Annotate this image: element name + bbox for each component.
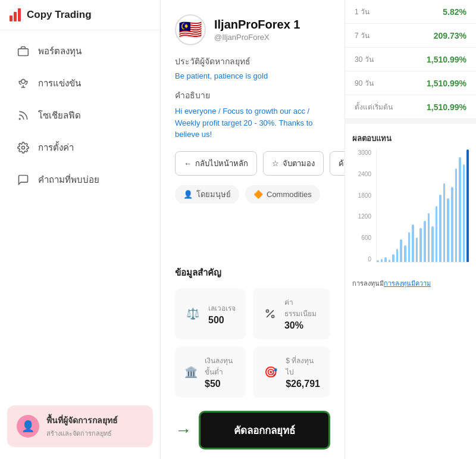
sidebar-item-competition[interactable]: การแข่งขัน [5,68,155,98]
y-label-0: 0 [368,256,371,263]
chart-bars [376,149,469,263]
stat-row-30day: 30 วัน 1,510.99% [345,48,476,71]
svg-point-5 [266,310,268,312]
stat-row-1day: 1 วัน 5.82% [345,0,476,24]
profile-panel: 🇲🇾 IljanProForex 1 @IljanProForeX ประวัต… [161,0,345,459]
chart-bar [412,224,414,262]
chart-bar [463,164,465,262]
svg-rect-0 [18,49,29,56]
chart-bar [419,228,422,262]
chat-icon [17,173,30,186]
chart-bar [408,232,411,262]
chart-bar [436,206,438,263]
back-button-label: กลับไปหน้าหลัก [195,157,248,170]
sidebar-item-label: พอร์ตลงทุน [38,44,82,58]
info-section-label: ข้อมูลสำคัญ [175,266,330,280]
flag-avatar: 🇲🇾 [175,14,206,45]
stat-value-all: 1,510.99% [427,102,466,112]
logo-icon [10,8,21,21]
logo-bar-3 [18,8,21,21]
chart-bar [455,168,458,263]
chart-bar [381,259,383,262]
chart-bar [424,221,426,262]
sidebar-item-portfolio[interactable]: พอร์ตลงทุน [5,36,155,66]
provider-avatar: 👤 [17,415,39,438]
content-area: 🇲🇾 IljanProForex 1 @IljanProForeX ประวัต… [161,0,476,459]
copy-btn-container: → คัดลอกกลยุทธ์ [175,411,330,449]
chart-bar [447,198,449,262]
chart-bar [431,226,434,262]
action-buttons: ← กลับไปหน้าหลัก ☆ จับตามอง ค้นหากลยุทธ์… [175,151,330,176]
min-invest-label: เงินลงทุนขั้นต่ำ [205,355,236,377]
chart-bar [404,245,406,262]
sidebar-item-settings[interactable]: การตั้งค่า [5,133,155,163]
target-icon: 🎯 [262,364,278,380]
fee-value: 30% [284,320,321,331]
stats-cards: 1 วัน 5.82% 7 วัน 209.73% 30 วัน 1,510.9… [345,0,476,119]
copy-strategy-button[interactable]: คัดลอกกลยุทธ์ [199,411,330,449]
right-panel: 1 วัน 5.82% 7 วัน 209.73% 30 วัน 1,510.9… [345,0,476,459]
chart-bar [451,187,453,262]
svg-point-2 [19,118,20,120]
back-button[interactable]: ← กลับไปหน้าหลัก [175,151,257,176]
leverage-value: 500 [208,315,236,326]
logo-bar-2 [14,12,17,21]
chart-section: ผลตอบแทน 3000 2400 1800 1200 600 0 การลง… [345,124,476,459]
find-similar-button[interactable]: ค้นหากลยุทธ์ที่คล้ายกัน → [330,151,345,176]
chart-link[interactable]: การลงทุนมีความ [384,280,431,287]
profile-name-block: IljanProForex 1 @IljanProForeX [214,18,300,42]
chart-bar [389,260,391,262]
y-label-1200: 1200 [358,213,371,220]
flag-emoji: 🇲🇾 [178,18,202,41]
tag-commodities-label: Commodities [267,190,312,199]
sidebar-logo: Copy Trading [0,0,160,30]
watchlist-button[interactable]: ☆ จับตามอง [263,151,324,176]
total-invest-value: $26,791 [286,379,321,389]
tag-human: 👤 โดยมนุษย์ [175,185,239,204]
provider-subtitle: สร้างและจัดการกลยุทธ์ [46,428,118,439]
bio-label: ประวัติผู้จัดหากลยุทธ์ [175,55,330,68]
stat-row-7day: 7 วัน 209.73% [345,24,476,48]
main-content: 🇲🇾 IljanProForex 1 @IljanProForeX ประวัต… [161,0,476,459]
sidebar: Copy Trading พอร์ตลงทุน การแข่งขัน โซเชี… [0,0,161,459]
watchlist-button-label: จับตามอง [283,157,315,170]
percent-icon [262,305,277,322]
sidebar-item-label: คำถามที่พบบ่อย [38,173,99,187]
info-card-fee: ค่าธรรมเนียม 30% [253,288,330,339]
tag-commodities: 🔶 Commodities [245,185,320,204]
chart-bar [459,157,461,262]
info-card-leverage: ⚖️ เลเวอเรจ 500 [175,288,246,339]
provider-title: พื้นที่ผู้จัดการกลยุทธ์ [46,414,118,427]
chart-bar [466,149,469,262]
stat-row-all: ตั้งแต่เริ่มต้น 1,510.99% [345,95,476,118]
app-title: Copy Trading [27,9,92,21]
info-card-total-invest: 🎯 $ ที่ลงทุนไป $26,791 [253,346,330,398]
chart-bar [443,183,446,262]
provider-card[interactable]: 👤 พื้นที่ผู้จัดการกลยุทธ์ สร้างและจัดการ… [7,405,153,447]
desc-text: Hi everyone / Focus to growth our acc / … [175,105,330,140]
sidebar-item-faq[interactable]: คำถามที่พบบ่อย [5,165,155,195]
back-arrow-icon: ← [184,159,192,168]
min-invest-value: $50 [205,379,236,389]
stat-period-30day: 30 วัน [355,54,374,65]
chart-bar [416,238,418,262]
stat-period-90day: 90 วัน [355,77,374,89]
briefcase-icon [17,45,30,58]
chart-bar [396,249,399,262]
human-icon: 👤 [183,190,193,199]
stat-value-1day: 5.82% [443,7,466,17]
logo-bar-1 [10,15,12,21]
fee-label: ค่าธรรมเนียม [284,296,321,319]
total-invest-label: $ ที่ลงทุนไป [286,355,321,377]
sidebar-nav: พอร์ตลงทุน การแข่งขัน โซเชียลฟีด การตั้ง… [0,30,160,398]
chart-bar [428,213,430,262]
sidebar-item-social[interactable]: โซเชียลฟีด [5,101,155,130]
profile-handle: @IljanProForeX [214,33,300,42]
desc-label: คำอธิบาย [175,89,330,102]
y-label-600: 600 [361,235,371,241]
chart-area: 3000 2400 1800 1200 600 0 [352,149,469,274]
chart-bar [392,254,394,262]
chart-bar [384,257,387,262]
chart-bar [439,195,441,262]
find-button-label: ค้นหากลยุทธ์ที่คล้ายกัน [339,157,345,170]
